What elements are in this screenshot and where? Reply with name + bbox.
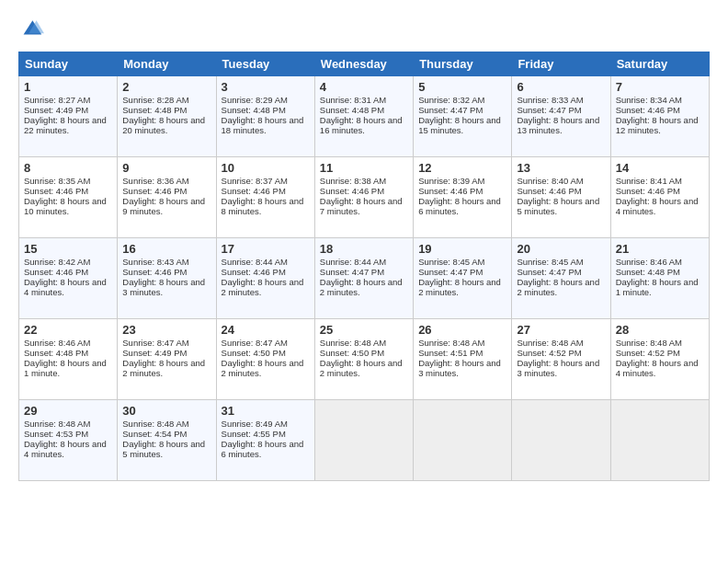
calendar-week-5: 29Sunrise: 8:48 AMSunset: 4:53 PMDayligh… [19,400,710,481]
day-number: 17 [222,242,310,256]
calendar-cell: 3Sunrise: 8:29 AMSunset: 4:48 PMDaylight… [216,76,314,157]
calendar-cell [414,400,512,481]
calendar-cell: 14Sunrise: 8:41 AMSunset: 4:46 PMDayligh… [610,157,709,238]
day-number: 18 [320,242,408,256]
day-number: 7 [616,80,704,94]
day-number: 5 [418,80,506,94]
calendar-week-4: 22Sunrise: 8:46 AMSunset: 4:48 PMDayligh… [19,319,710,400]
calendar-cell: 18Sunrise: 8:44 AMSunset: 4:47 PMDayligh… [314,238,413,319]
calendar-cell: 27Sunrise: 8:48 AMSunset: 4:52 PMDayligh… [512,319,610,400]
day-header-saturday: Saturday [610,52,709,76]
calendar-cell: 23Sunrise: 8:47 AMSunset: 4:49 PMDayligh… [118,319,216,400]
calendar-cell: 9Sunrise: 8:36 AMSunset: 4:46 PMDaylight… [118,157,216,238]
calendar-cell: 30Sunrise: 8:48 AMSunset: 4:54 PMDayligh… [118,400,216,481]
calendar-cell: 2Sunrise: 8:28 AMSunset: 4:48 PMDaylight… [118,76,216,157]
calendar-cell: 29Sunrise: 8:48 AMSunset: 4:53 PMDayligh… [19,400,118,481]
day-number: 30 [122,404,210,418]
day-number: 15 [24,242,112,256]
day-number: 23 [122,323,210,337]
page-header [18,17,710,42]
calendar-cell: 13Sunrise: 8:40 AMSunset: 4:46 PMDayligh… [512,157,610,238]
calendar-body: 1Sunrise: 8:27 AMSunset: 4:49 PMDaylight… [19,76,710,481]
calendar-cell: 16Sunrise: 8:43 AMSunset: 4:46 PMDayligh… [118,238,216,319]
day-header-wednesday: Wednesday [314,52,413,76]
day-number: 31 [222,404,310,418]
day-header-sunday: Sunday [19,52,118,76]
calendar-cell: 7Sunrise: 8:34 AMSunset: 4:46 PMDaylight… [610,76,709,157]
day-number: 13 [517,161,605,175]
day-number: 29 [24,404,112,418]
day-number: 6 [517,80,605,94]
day-number: 28 [616,323,704,337]
calendar-cell: 21Sunrise: 8:46 AMSunset: 4:48 PMDayligh… [610,238,709,319]
logo [18,17,48,42]
calendar-cell [610,400,709,481]
day-number: 8 [24,161,112,175]
calendar-week-2: 8Sunrise: 8:35 AMSunset: 4:46 PMDaylight… [19,157,710,238]
day-number: 10 [222,161,310,175]
day-number: 3 [222,80,310,94]
day-number: 12 [418,161,506,175]
calendar-cell: 31Sunrise: 8:49 AMSunset: 4:55 PMDayligh… [216,400,314,481]
calendar-cell: 17Sunrise: 8:44 AMSunset: 4:46 PMDayligh… [216,238,314,319]
day-number: 27 [517,323,605,337]
day-number: 19 [418,242,506,256]
calendar-cell [512,400,610,481]
calendar-cell: 20Sunrise: 8:45 AMSunset: 4:47 PMDayligh… [512,238,610,319]
day-header-monday: Monday [118,52,216,76]
calendar-cell: 4Sunrise: 8:31 AMSunset: 4:48 PMDaylight… [314,76,413,157]
calendar-table: SundayMondayTuesdayWednesdayThursdayFrid… [18,52,710,481]
day-number: 24 [222,323,310,337]
day-number: 11 [320,161,408,175]
day-number: 22 [24,323,112,337]
day-number: 9 [122,161,210,175]
day-number: 2 [122,80,210,94]
day-number: 1 [24,80,112,94]
calendar-cell: 26Sunrise: 8:48 AMSunset: 4:51 PMDayligh… [414,319,512,400]
calendar-cell: 5Sunrise: 8:32 AMSunset: 4:47 PMDaylight… [414,76,512,157]
calendar-week-1: 1Sunrise: 8:27 AMSunset: 4:49 PMDaylight… [19,76,710,157]
calendar-cell: 6Sunrise: 8:33 AMSunset: 4:47 PMDaylight… [512,76,610,157]
day-number: 26 [418,323,506,337]
calendar-header-row: SundayMondayTuesdayWednesdayThursdayFrid… [19,52,710,76]
calendar-week-3: 15Sunrise: 8:42 AMSunset: 4:46 PMDayligh… [19,238,710,319]
calendar-cell: 11Sunrise: 8:38 AMSunset: 4:46 PMDayligh… [314,157,413,238]
calendar-cell: 15Sunrise: 8:42 AMSunset: 4:46 PMDayligh… [19,238,118,319]
day-number: 16 [122,242,210,256]
calendar-cell: 12Sunrise: 8:39 AMSunset: 4:46 PMDayligh… [414,157,512,238]
calendar-cell: 10Sunrise: 8:37 AMSunset: 4:46 PMDayligh… [216,157,314,238]
day-header-tuesday: Tuesday [216,52,314,76]
calendar-cell [314,400,413,481]
calendar-cell: 28Sunrise: 8:48 AMSunset: 4:52 PMDayligh… [610,319,709,400]
day-number: 14 [616,161,704,175]
calendar-cell: 24Sunrise: 8:47 AMSunset: 4:50 PMDayligh… [216,319,314,400]
calendar-cell: 1Sunrise: 8:27 AMSunset: 4:49 PMDaylight… [19,76,118,157]
day-header-thursday: Thursday [414,52,512,76]
calendar-cell: 25Sunrise: 8:48 AMSunset: 4:50 PMDayligh… [314,319,413,400]
logo-icon [18,17,44,42]
day-header-friday: Friday [512,52,610,76]
calendar-cell: 22Sunrise: 8:46 AMSunset: 4:48 PMDayligh… [19,319,118,400]
day-number: 4 [320,80,408,94]
day-number: 21 [616,242,704,256]
calendar-cell: 19Sunrise: 8:45 AMSunset: 4:47 PMDayligh… [414,238,512,319]
day-number: 25 [320,323,408,337]
day-number: 20 [517,242,605,256]
calendar-cell: 8Sunrise: 8:35 AMSunset: 4:46 PMDaylight… [19,157,118,238]
